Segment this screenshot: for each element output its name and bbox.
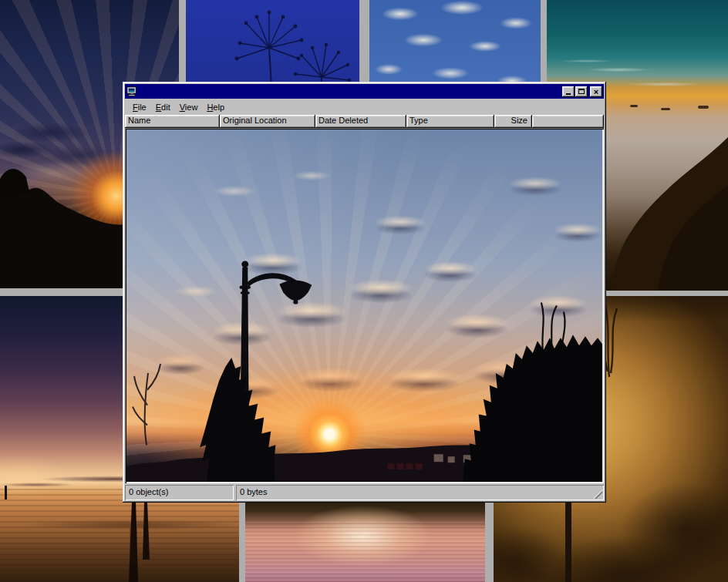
column-headers: Name Original Location Date Deleted Type… bbox=[125, 115, 604, 128]
menu-edit[interactable]: Edit bbox=[151, 101, 175, 113]
maximize-icon bbox=[578, 89, 585, 94]
close-button[interactable]: × bbox=[590, 86, 602, 97]
menu-bar: File Edit View Help bbox=[125, 99, 604, 115]
window-photo-sunset-lamp bbox=[126, 130, 602, 482]
list-view-area[interactable] bbox=[125, 128, 604, 483]
menu-file[interactable]: File bbox=[128, 101, 151, 113]
status-bar: 0 object(s) 0 bytes bbox=[125, 485, 604, 500]
right-trees-silhouette bbox=[463, 303, 602, 482]
recycle-bin-window: × File Edit View Help Name Original Loca… bbox=[123, 82, 606, 503]
column-header-name[interactable]: Name bbox=[125, 115, 220, 128]
desktop: × File Edit View Help Name Original Loca… bbox=[0, 0, 728, 582]
menu-view[interactable]: View bbox=[175, 101, 203, 113]
status-bytes: 0 bytes bbox=[236, 485, 604, 500]
status-objects: 0 object(s) bbox=[125, 485, 234, 500]
maximize-button[interactable] bbox=[575, 86, 588, 97]
minimize-icon bbox=[566, 93, 571, 95]
column-header-filler[interactable] bbox=[532, 115, 604, 128]
sapling-silhouette bbox=[133, 364, 160, 445]
reflection-ripples bbox=[245, 522, 485, 582]
column-header-type[interactable]: Type bbox=[406, 115, 494, 128]
cypress-tree-silhouette bbox=[200, 358, 275, 482]
close-icon: × bbox=[594, 88, 598, 96]
menu-help[interactable]: Help bbox=[202, 101, 229, 113]
photo-silhouettes bbox=[126, 130, 602, 482]
title-bar[interactable]: × bbox=[125, 84, 604, 99]
minimize-button[interactable] bbox=[562, 86, 575, 97]
column-header-original-location[interactable]: Original Location bbox=[220, 115, 315, 128]
column-header-size[interactable]: Size bbox=[494, 115, 532, 128]
computer-icon bbox=[126, 86, 137, 97]
column-header-date-deleted[interactable]: Date Deleted bbox=[315, 115, 406, 128]
window-controls: × bbox=[561, 86, 602, 97]
